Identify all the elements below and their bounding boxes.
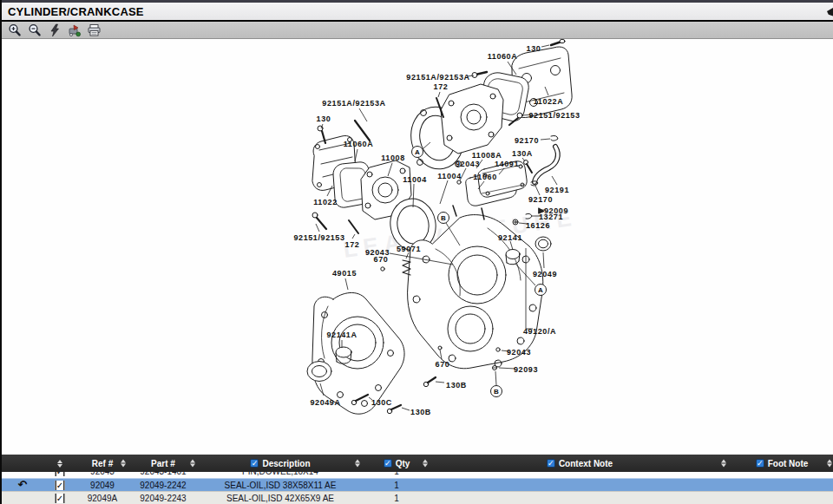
column-checkbox-foot[interactable]: ✓: [756, 459, 764, 468]
column-header-part[interactable]: Part #: [128, 455, 198, 472]
part-label-49015[interactable]: 49015: [332, 269, 357, 278]
part-label-49120-A[interactable]: 49120/A: [523, 327, 556, 336]
column-label: Ref #: [92, 459, 113, 468]
svg-text:A: A: [415, 148, 420, 156]
cell-qty: 1: [363, 481, 430, 490]
page-title: CYLINDER/CRANKCASE: [8, 5, 144, 18]
parts-cart-icon[interactable]: [67, 23, 82, 37]
sort-arrows-icon[interactable]: [121, 460, 126, 468]
part-label-670[interactable]: 670: [436, 360, 450, 369]
column-header-ctx[interactable]: ✓Context Note: [430, 455, 729, 472]
column-header-ref[interactable]: Ref #: [76, 455, 128, 472]
zoom-out-icon[interactable]: [27, 23, 42, 37]
column-header-check[interactable]: [43, 455, 76, 472]
row-checkbox[interactable]: ✓: [56, 481, 64, 490]
part-label-92191[interactable]: 92191: [545, 186, 569, 194]
sort-arrows-icon[interactable]: [827, 460, 832, 468]
table-row-92049A[interactable]: ✓92049A92049-2243SEAL-OIL,ISD 42X65X9 AE…: [2, 491, 833, 504]
part-label-92141A[interactable]: 92141A: [326, 331, 357, 339]
cell-desc: SEAL-OIL,ISD 38X58X11 AE: [198, 481, 363, 490]
column-header-foot[interactable]: ✓Foot Note: [729, 455, 833, 472]
column-label: Part #: [151, 459, 175, 468]
part-label-92043[interactable]: 92043: [456, 160, 480, 168]
diagram-toolbar: [2, 22, 833, 39]
view-callout-A: A: [412, 147, 423, 158]
part-label-130C[interactable]: 130C: [371, 398, 392, 407]
diagram-canvas: LEADVENTURE: [2, 39, 833, 452]
view-callout-B: B: [491, 386, 502, 397]
part-label-59071[interactable]: 59071: [397, 245, 421, 253]
view-callout-A: A: [535, 285, 547, 296]
hotspot-icon[interactable]: [47, 23, 62, 37]
part-label-130A[interactable]: 130A: [512, 149, 533, 158]
part-label-92151A-92153A[interactable]: 92151A/92153A: [322, 99, 385, 108]
cell-qty: 1: [363, 494, 430, 503]
column-checkbox-desc[interactable]: ✓: [250, 459, 259, 468]
row-action-cell: ↶: [2, 481, 43, 490]
column-header-action: [2, 455, 43, 472]
part-label-92049[interactable]: 92049: [533, 270, 557, 278]
part-label-92151-92153[interactable]: 92151/92153: [528, 111, 580, 120]
parts-table-body: ✓9204392043-1401PIN,DOWEL,10X141↶✓920499…: [2, 472, 833, 504]
column-checkbox-qty[interactable]: ✓: [384, 459, 392, 468]
cell-part: 92049-2243: [128, 494, 198, 503]
zoom-in-icon[interactable]: [7, 23, 22, 37]
table-row-92043[interactable]: ✓9204392043-1401PIN,DOWEL,10X141: [2, 472, 833, 478]
part-label-130B[interactable]: 130B: [410, 408, 431, 416]
part-label-92151A-92153A[interactable]: 92151A/92153A: [406, 73, 469, 82]
part-label-11004[interactable]: 11004: [437, 172, 462, 180]
cell-part: 92049-2242: [128, 481, 198, 490]
part-label-92141[interactable]: 92141: [498, 233, 522, 242]
column-header-desc[interactable]: ✓Description: [198, 455, 363, 472]
cell-desc: SEAL-OIL,ISD 42X65X9 AE: [198, 494, 363, 503]
part-label-92151-92153[interactable]: 92151/92153: [293, 233, 344, 242]
part-label-92170[interactable]: 92170: [528, 195, 553, 204]
part-label-11022A[interactable]: 11022A: [534, 97, 564, 106]
part-label-11004[interactable]: 11004: [403, 175, 427, 184]
part-label-92043[interactable]: 92043: [507, 348, 531, 357]
svg-text:B: B: [494, 388, 499, 396]
part-label-11060[interactable]: 11060: [473, 173, 497, 181]
sort-arrows-icon[interactable]: [355, 460, 360, 468]
sort-arrows-icon[interactable]: [57, 460, 62, 468]
part-label-172[interactable]: 172: [345, 240, 360, 249]
row-checkbox[interactable]: ✓: [56, 494, 64, 503]
row-checkbox-cell: ✓: [43, 472, 76, 476]
part-label-11008[interactable]: 11008: [381, 154, 405, 162]
part-label-11060A[interactable]: 11060A: [344, 140, 374, 148]
cell-desc: PIN,DOWEL,10X14: [198, 472, 363, 476]
part-label-92049A[interactable]: 92049A: [310, 398, 340, 407]
undo-selection-icon[interactable]: ↶: [18, 481, 28, 490]
sort-arrows-icon[interactable]: [190, 460, 195, 468]
print-icon[interactable]: [87, 23, 102, 37]
sort-arrows-icon[interactable]: [721, 460, 726, 468]
part-label-92093[interactable]: 92093: [514, 365, 538, 374]
cell-ref: 92049A: [76, 494, 128, 503]
part-label-172[interactable]: 172: [434, 82, 449, 91]
part-label-130B[interactable]: 130B: [446, 381, 467, 389]
row-checkbox[interactable]: ✓: [56, 472, 64, 476]
sort-arrows-icon[interactable]: [423, 460, 428, 468]
column-header-qty[interactable]: ✓Qty: [363, 455, 430, 472]
column-label: Context Note: [559, 459, 613, 468]
column-label: Qty: [396, 459, 410, 468]
part-label-13271[interactable]: 13271: [539, 213, 563, 221]
column-checkbox-ctx[interactable]: ✓: [547, 459, 555, 468]
row-checkbox-cell: ✓: [43, 481, 76, 490]
parts-table-header: Ref #Part #✓Description✓Qty✓Context Note…: [2, 455, 833, 472]
corner-icon: [827, 7, 833, 16]
part-label-92170[interactable]: 92170: [515, 136, 539, 145]
row-checkbox-cell: ✓: [43, 494, 76, 503]
part-label-16126[interactable]: 16126: [526, 221, 550, 230]
cell-part: 92043-1401: [128, 472, 198, 476]
table-row-92049[interactable]: ↶✓9204992049-2242SEAL-OIL,ISD 38X58X11 A…: [2, 478, 833, 491]
part-label-130[interactable]: 130: [527, 44, 541, 53]
part-label-14091[interactable]: 14091: [495, 160, 519, 168]
part-label-130[interactable]: 130: [317, 115, 331, 123]
parts-table: Ref #Part #✓Description✓Qty✓Context Note…: [2, 455, 833, 504]
part-label-670[interactable]: 670: [374, 255, 389, 264]
part-label-11008A[interactable]: 11008A: [472, 151, 502, 160]
column-label: Description: [262, 459, 310, 468]
part-label-11060A[interactable]: 11060A: [488, 52, 518, 61]
part-label-11022[interactable]: 11022: [313, 198, 338, 206]
